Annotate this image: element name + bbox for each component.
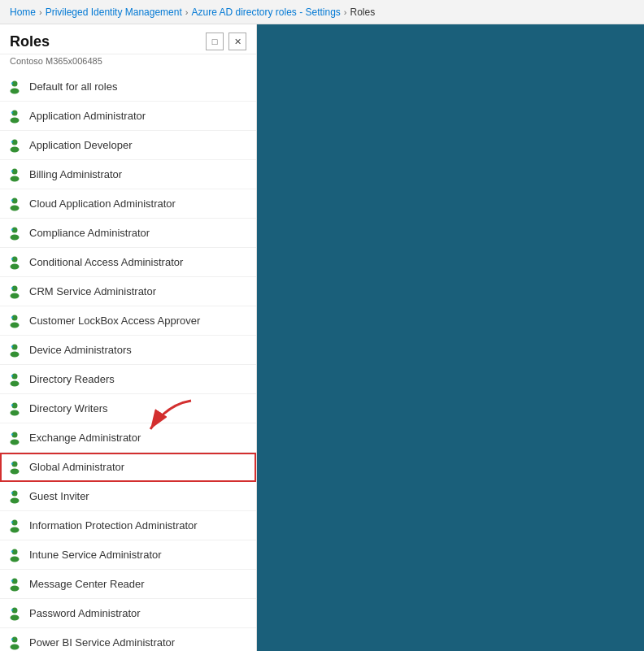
role-name-label: Compliance Administrator <box>29 227 248 239</box>
role-item[interactable]: Guest Inviter <box>0 482 256 511</box>
svg-point-34 <box>11 410 20 415</box>
role-person-icon <box>7 342 23 358</box>
role-person-icon <box>7 167 23 183</box>
breadcrumb-sep-2: › <box>185 7 189 17</box>
svg-point-19 <box>11 263 20 269</box>
role-item[interactable]: Application Developer <box>0 131 256 160</box>
role-item[interactable]: Global Administrator <box>0 453 256 482</box>
svg-point-32 <box>11 375 13 376</box>
role-item[interactable]: Password Administrator <box>0 599 256 628</box>
breadcrumb-sep-1: › <box>39 7 42 17</box>
role-person-icon <box>7 196 23 212</box>
role-item[interactable]: Intune Service Administrator <box>0 540 256 570</box>
role-name-label: Conditional Access Administrator <box>29 256 248 268</box>
breadcrumb-settings[interactable]: Azure AD directory roles - Settings <box>191 7 340 18</box>
role-item[interactable]: Application Administrator <box>0 102 256 131</box>
svg-point-43 <box>11 497 20 503</box>
svg-point-55 <box>11 614 20 620</box>
panel-subtitle: Contoso M365x006485 <box>0 54 256 72</box>
svg-point-59 <box>11 638 13 640</box>
svg-point-53 <box>11 579 13 581</box>
svg-point-1 <box>11 88 20 93</box>
svg-point-25 <box>11 322 20 328</box>
role-name-label: Information Protection Administrator <box>29 519 248 532</box>
svg-point-35 <box>11 404 13 406</box>
breadcrumb-current: Roles <box>350 7 376 18</box>
role-item[interactable]: Default for all roles <box>0 72 256 102</box>
role-name-label: Global Administrator <box>29 461 248 473</box>
svg-point-23 <box>11 287 13 289</box>
role-person-icon <box>7 576 23 592</box>
role-item[interactable]: Information Protection Administrator <box>0 511 256 540</box>
svg-point-28 <box>11 351 20 357</box>
role-item[interactable]: Billing Administrator <box>0 160 256 189</box>
svg-point-29 <box>11 345 13 347</box>
svg-point-16 <box>11 234 20 240</box>
role-person-icon <box>7 254 23 271</box>
roles-panel: Roles □ ✕ Contoso M365x006485 Default fo… <box>0 24 257 651</box>
svg-point-13 <box>11 205 20 210</box>
role-name-label: Customer LockBox Access Approver <box>29 315 248 327</box>
svg-point-10 <box>11 176 20 181</box>
role-name-label: Intune Service Administrator <box>29 549 248 561</box>
svg-point-14 <box>11 199 13 201</box>
minimize-button[interactable]: □ <box>206 33 224 50</box>
breadcrumb-pim[interactable]: Privileged Identity Management <box>46 7 182 18</box>
panel-header: Roles □ ✕ <box>0 24 256 54</box>
role-person-icon <box>7 79 23 95</box>
role-item[interactable]: Cloud Application Administrator <box>0 189 256 219</box>
svg-point-38 <box>11 433 13 435</box>
role-person-icon <box>7 488 23 505</box>
role-item[interactable]: Message Center Reader <box>0 570 256 599</box>
role-person-icon <box>7 430 23 446</box>
breadcrumb-home[interactable]: Home <box>10 7 36 18</box>
role-item[interactable]: Device Administrators <box>0 336 256 365</box>
svg-point-41 <box>11 462 13 464</box>
close-button[interactable]: ✕ <box>228 33 246 50</box>
role-person-icon <box>7 108 23 124</box>
roles-list: Default for all roles Application Admini… <box>0 72 256 651</box>
role-name-label: Guest Inviter <box>29 490 248 502</box>
role-item[interactable]: Compliance Administrator <box>0 219 256 248</box>
role-item[interactable]: Conditional Access Administrator <box>0 248 256 277</box>
svg-point-56 <box>11 609 13 610</box>
role-name-label: Cloud Application Administrator <box>29 197 248 210</box>
role-person-icon <box>7 401 23 417</box>
breadcrumb-sep-3: › <box>344 7 347 17</box>
role-name-label: Exchange Administrator <box>29 432 248 444</box>
svg-point-5 <box>11 111 13 113</box>
role-name-label: Application Administrator <box>29 110 248 122</box>
roles-list-container[interactable]: Default for all roles Application Admini… <box>0 72 256 651</box>
svg-point-31 <box>11 380 20 386</box>
panel-actions: □ ✕ <box>206 33 246 50</box>
role-person-icon <box>7 225 23 241</box>
role-name-label: Default for all roles <box>29 80 248 93</box>
role-person-icon <box>7 137 23 154</box>
role-person-icon <box>7 371 23 388</box>
svg-point-7 <box>11 146 20 152</box>
role-item[interactable]: Customer LockBox Access Approver <box>0 306 256 336</box>
role-item[interactable]: Directory Writers <box>0 394 256 423</box>
panel-title: Roles <box>10 33 50 50</box>
svg-point-49 <box>11 556 20 562</box>
svg-point-44 <box>11 492 13 493</box>
role-person-icon <box>7 547 23 563</box>
role-item[interactable]: Power BI Service Administrator <box>0 628 256 651</box>
role-item[interactable]: Exchange Administrator <box>0 423 256 453</box>
svg-point-52 <box>11 585 20 591</box>
role-person-icon <box>7 635 23 651</box>
svg-point-11 <box>11 170 13 171</box>
role-name-label: Device Administrators <box>29 344 248 356</box>
role-name-label: Password Administrator <box>29 607 248 619</box>
svg-point-50 <box>11 550 13 552</box>
role-person-icon <box>7 605 23 622</box>
role-name-label: Directory Writers <box>29 402 248 414</box>
role-item[interactable]: CRM Service Administrator <box>0 277 256 306</box>
role-item[interactable]: Directory Readers <box>0 365 256 394</box>
svg-point-8 <box>11 141 13 142</box>
svg-point-20 <box>11 258 13 259</box>
role-name-label: Directory Readers <box>29 373 248 385</box>
svg-point-58 <box>11 644 20 649</box>
role-name-label: Billing Administrator <box>29 168 248 180</box>
breadcrumb: Home › Privileged Identity Management › … <box>0 0 644 24</box>
